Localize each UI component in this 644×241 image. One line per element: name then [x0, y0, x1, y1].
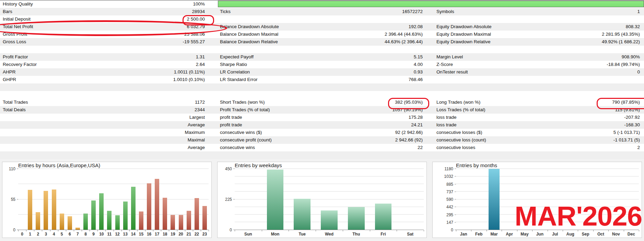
- stat-value: 28934: [192, 8, 205, 15]
- stat-cell: Balance Drawdown Absolute192.08: [217, 23, 432, 31]
- stat-cell: Symbols1: [432, 8, 644, 15]
- bar-slot: [289, 169, 316, 230]
- y-tick-label: 737: [446, 189, 453, 195]
- stat-value: 49.92% (1 686.22): [602, 38, 640, 46]
- stat-label: consecutive loss (count): [436, 136, 486, 144]
- stat-value: 175.28: [409, 114, 423, 121]
- stat-cell: LR Standard Error768.46: [217, 76, 432, 83]
- bar-slot: [177, 169, 185, 230]
- stat-cell: consecutive profit (count)2 942.66 (92): [217, 136, 432, 144]
- stat-cell: Expected Payoff5.15: [217, 53, 432, 61]
- x-tick-mark: [97, 230, 98, 231]
- bar: [36, 212, 40, 230]
- stat-value: 24.21: [411, 121, 423, 129]
- stat-value: 2 942.66 (92): [395, 136, 423, 144]
- table-row: Initial Deposit2 500.00: [0, 15, 644, 23]
- y-tick-label: 1032: [444, 174, 453, 179]
- stat-cell: profit trade24.21: [217, 121, 432, 129]
- stat-value: 16572272: [402, 8, 423, 15]
- stat-value: Average: [188, 121, 205, 129]
- table-row: [0, 91, 644, 99]
- bar: [267, 170, 284, 230]
- stat-value: 100%: [193, 0, 205, 8]
- stat-cell: OnTester result0: [432, 68, 644, 76]
- bar-slot: [121, 169, 129, 230]
- bar-slot: [201, 169, 209, 230]
- bar-slot: [82, 169, 90, 230]
- bar: [115, 215, 120, 230]
- x-tick-label: 19: [169, 230, 177, 238]
- x-tick-mark: [90, 230, 90, 231]
- stat-label: Equity Drawdown Absolute: [436, 23, 492, 31]
- x-tick-label: 4: [50, 230, 58, 238]
- x-tick-mark: [34, 230, 34, 231]
- stat-cell: Average: [0, 121, 217, 129]
- stat-cell: Z-Score-18.84 (99.74%): [432, 61, 644, 68]
- stat-label: Symbols: [436, 8, 454, 15]
- stat-cell: Profit Trades (% of total)1057 (90.19%): [217, 106, 432, 114]
- x-tick-mark: [177, 230, 177, 231]
- stat-cell: Recovery Factor2.64: [0, 61, 217, 68]
- stat-label: AHPR: [3, 68, 16, 76]
- stat-value: 1.0010 (0.10%): [173, 76, 205, 83]
- y-tick-label: 0: [13, 227, 15, 233]
- stat-cell: AHPR1.0011 (0.11%): [0, 68, 217, 76]
- stat-cell: [432, 46, 644, 53]
- watermark-text: MAR'2026: [515, 203, 642, 230]
- stat-value: 2 500.00: [187, 15, 205, 23]
- y-tick-label: 225: [225, 197, 232, 202]
- bar: [139, 211, 143, 230]
- x-tick-label: 9: [90, 230, 97, 238]
- stat-cell: [217, 46, 432, 53]
- stat-value: 0: [637, 68, 640, 76]
- stat-value: 4.00: [414, 61, 423, 68]
- stat-cell: Sharpe Ratio4.00: [217, 61, 432, 68]
- bar: [187, 211, 191, 230]
- x-tick-mark: [456, 230, 456, 231]
- x-tick-label: Tue: [289, 230, 316, 238]
- bar: [52, 190, 56, 230]
- stat-cell: Margin Level908.90%: [432, 53, 644, 61]
- chart-entries-by-hours: Entries by hours (Asia,Europe,USA)055110…: [2, 162, 212, 238]
- bar-slot: [471, 169, 486, 230]
- x-tick-mark: [487, 230, 487, 231]
- stat-value: 768.46: [409, 76, 423, 83]
- table-row: Averageconsecutive wins22consecutive los…: [0, 144, 644, 151]
- bar-slot: [370, 169, 397, 230]
- stat-label: Balance Drawdown Absolute: [220, 23, 279, 31]
- stat-cell: Equity Drawdown Maximal2 281.95 (43.35%): [432, 31, 644, 38]
- plot-area: [235, 169, 424, 230]
- x-tick-label: 6: [66, 230, 74, 238]
- x-tick-label: Mar: [487, 230, 502, 238]
- stat-label: Expected Payoff: [220, 53, 254, 61]
- y-axis-labels: 0225450: [218, 169, 235, 230]
- table-row: Gross Profit25 588.06Balance Drawdown Ma…: [0, 31, 644, 38]
- stat-label: Z-Score: [436, 61, 453, 68]
- stat-cell: consecutive losses ($)5 (-1 013.71): [432, 129, 644, 136]
- stat-cell: [432, 83, 644, 91]
- bar: [68, 216, 72, 230]
- bar-slot: [137, 169, 145, 230]
- stat-label: Long Trades (won %): [436, 99, 480, 106]
- x-tick-mark: [209, 230, 209, 231]
- x-tick-label: 23: [201, 230, 209, 238]
- x-tick-label: 15: [137, 230, 145, 238]
- stat-value: -207.92: [624, 114, 640, 121]
- stat-label: consecutive losses: [436, 144, 475, 151]
- stat-value: 382 (95.03%): [395, 99, 423, 106]
- stat-cell: Equity Drawdown Relative49.92% (1 686.22…: [432, 38, 644, 46]
- stat-cell: [0, 46, 217, 53]
- stat-cell: Maximal: [0, 136, 217, 144]
- stat-value: Average: [188, 144, 205, 151]
- table-row: [0, 46, 644, 53]
- table-row: Bars28934Ticks16572272Symbols1: [0, 8, 644, 15]
- stat-value: -1 013.71 (5): [613, 136, 640, 144]
- table-row: Total Trades1172Short Trades (won %)382 …: [0, 99, 644, 106]
- stat-cell: [432, 15, 644, 23]
- stat-cell: Balance Drawdown Relative44.63% (2 396.4…: [217, 38, 432, 46]
- bar-slot: [26, 169, 34, 230]
- x-tick-mark: [82, 230, 82, 231]
- bar: [131, 187, 136, 230]
- bar: [155, 179, 159, 230]
- x-tick-label: Feb: [471, 230, 486, 238]
